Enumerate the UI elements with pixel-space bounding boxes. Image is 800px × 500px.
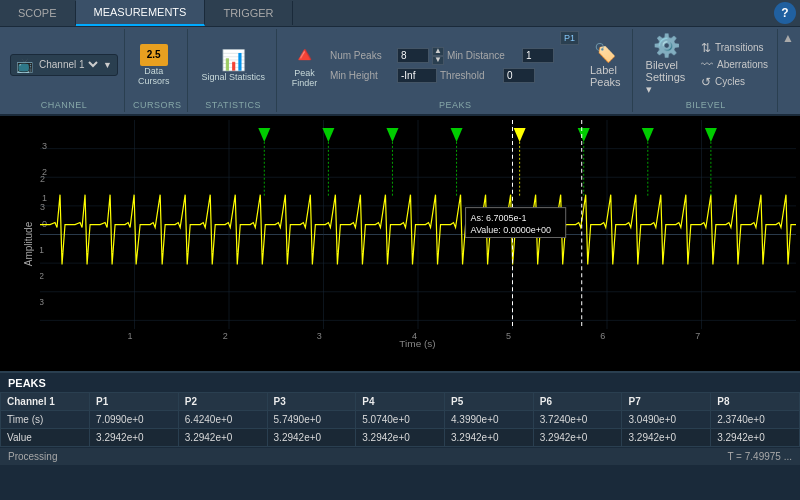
help-button[interactable]: ? [774, 2, 796, 24]
row-time-p5: 4.3990e+0 [445, 411, 534, 429]
bilevel-settings-icon: ⚙️ [653, 33, 680, 59]
peak-finder-icon: 🔺 [291, 42, 318, 68]
peaks-table-header: Channel 1 P1 P2 P3 P4 P5 P6 P7 P8 [1, 393, 800, 411]
cursors-group-inner: 2.5 DataCursors [133, 31, 182, 98]
threshold-label: Threshold [440, 70, 500, 81]
label-peaks-icon: 🏷️ [594, 42, 616, 64]
row-value-p6: 3.2942e+0 [533, 429, 622, 447]
tab-measurements[interactable]: MEASUREMENTS [76, 0, 206, 26]
cursors-label: DataCursors [138, 66, 170, 86]
min-height-input[interactable] [397, 68, 437, 83]
peaks-group: 🔺 PeakFinder Num Peaks ▲ ▼ Min Distance [279, 29, 633, 112]
svg-text:3: 3 [317, 331, 322, 341]
svg-text:-3: -3 [40, 297, 44, 307]
maximize-button[interactable]: ▲ [780, 29, 796, 47]
header-channel: Channel 1 [1, 393, 90, 411]
peak-finder-button[interactable]: 🔺 PeakFinder [285, 38, 324, 92]
row-value-p7: 3.2942e+0 [622, 429, 711, 447]
row-time-p4: 5.0740e+0 [356, 411, 445, 429]
transitions-icon: ⇅ [701, 41, 711, 55]
row-time-label: Time (s) [1, 411, 90, 429]
transitions-label: Transitions [715, 42, 764, 53]
svg-text:2: 2 [42, 167, 47, 177]
plot-area[interactable]: 3 2 3 2 1 0 -1 -2 -3 1 2 3 4 5 6 7 Time … [40, 120, 796, 349]
channel-select[interactable]: Channel 1 [35, 58, 101, 71]
bilevel-group-inner: ⚙️ BilevelSettings ▾ ⇅ Transitions 〰 Abe… [641, 31, 772, 98]
p1-badge: P1 [560, 31, 579, 45]
peaks-table-section: PEAKS Channel 1 P1 P2 P3 P4 P5 P6 P7 P8 … [0, 371, 800, 447]
peaks-group-label: PEAKS [285, 100, 626, 110]
statistics-icon: 📊 [221, 48, 246, 72]
statistics-group: 📊 Signal Statistics STATISTICS [190, 29, 277, 112]
statistics-group-inner: 📊 Signal Statistics [196, 31, 270, 98]
cycles-icon: ↺ [701, 75, 711, 89]
status-right: T = 7.49975 ... [727, 451, 792, 462]
tab-trigger[interactable]: TRIGGER [205, 1, 292, 25]
bilevel-group: ⚙️ BilevelSettings ▾ ⇅ Transitions 〰 Abe… [635, 29, 779, 112]
svg-text:AValue: 0.0000e+00: AValue: 0.0000e+00 [471, 225, 551, 235]
channel-icon: 📺 [16, 57, 33, 73]
row-time-p7: 3.0490e+0 [622, 411, 711, 429]
bilevel-btns: ⇅ Transitions 〰 Aberrations ↺ Cycles [698, 40, 771, 90]
threshold-input[interactable] [503, 68, 535, 83]
header-p4: P4 [356, 393, 445, 411]
tab-scope[interactable]: SCOPE [0, 1, 76, 25]
aberrations-label: Aberrations [717, 59, 768, 70]
header-p8: P8 [711, 393, 800, 411]
ribbon: 📺 Channel 1 ▼ CHANNEL 2.5 DataCursors CU… [0, 27, 800, 116]
cycles-label: Cycles [715, 76, 745, 87]
num-peaks-spinbox: ▲ ▼ [432, 47, 444, 65]
bilevel-settings-button[interactable]: ⚙️ BilevelSettings ▾ [641, 31, 692, 98]
svg-text:3: 3 [42, 141, 47, 151]
status-bar: Processing T = 7.49975 ... [0, 447, 800, 465]
cursors-icon: 2.5 [140, 44, 168, 66]
row-value-p5: 3.2942e+0 [445, 429, 534, 447]
header-p5: P5 [445, 393, 534, 411]
svg-text:0: 0 [42, 219, 47, 229]
header-p3: P3 [267, 393, 356, 411]
svg-text:3: 3 [40, 202, 45, 212]
channel-group: 📺 Channel 1 ▼ CHANNEL [4, 29, 125, 112]
table-row-value: Value 3.2942e+0 3.2942e+0 3.2942e+0 3.29… [1, 429, 800, 447]
min-distance-input[interactable] [522, 48, 554, 63]
min-distance-label: Min Distance [447, 50, 519, 61]
transitions-button[interactable]: ⇅ Transitions [698, 40, 771, 56]
num-peaks-down[interactable]: ▼ [432, 56, 444, 65]
signal-statistics-button[interactable]: 📊 Signal Statistics [196, 46, 270, 84]
row-time-p8: 2.3740e+0 [711, 411, 800, 429]
header-p6: P6 [533, 393, 622, 411]
peaks-fields: Num Peaks ▲ ▼ Min Distance Min Height Th… [330, 47, 554, 83]
maximize-icon: ▲ [782, 31, 794, 45]
statistics-label: Signal Statistics [201, 72, 265, 82]
cycles-button[interactable]: ↺ Cycles [698, 74, 771, 90]
num-peaks-input[interactable] [397, 48, 429, 63]
aberrations-button[interactable]: 〰 Aberrations [698, 57, 771, 73]
row-value-p1: 3.2942e+0 [90, 429, 179, 447]
svg-text:1: 1 [42, 193, 47, 203]
row-time-p6: 3.7240e+0 [533, 411, 622, 429]
peaks-table: Channel 1 P1 P2 P3 P4 P5 P6 P7 P8 Time (… [0, 392, 800, 447]
min-height-label: Min Height [330, 70, 394, 81]
plot-svg: 3 2 3 2 1 0 -1 -2 -3 1 2 3 4 5 6 7 Time … [40, 120, 796, 349]
min-height-row: Min Height Threshold [330, 68, 554, 83]
header-p2: P2 [178, 393, 267, 411]
row-value-p3: 3.2942e+0 [267, 429, 356, 447]
header-p7: P7 [622, 393, 711, 411]
svg-text:As: 6.7005e-1: As: 6.7005e-1 [471, 213, 527, 223]
peaks-group-inner: 🔺 PeakFinder Num Peaks ▲ ▼ Min Distance [285, 31, 626, 98]
row-time-p3: 5.7490e+0 [267, 411, 356, 429]
svg-text:6: 6 [600, 331, 605, 341]
table-row-time: Time (s) 7.0990e+0 6.4240e+0 5.7490e+0 5… [1, 411, 800, 429]
data-cursors-button[interactable]: 2.5 DataCursors [133, 42, 175, 88]
row-value-p2: 3.2942e+0 [178, 429, 267, 447]
row-value-p4: 3.2942e+0 [356, 429, 445, 447]
num-peaks-label: Num Peaks [330, 50, 394, 61]
channel-group-inner: 📺 Channel 1 ▼ [10, 31, 118, 98]
row-time-p2: 6.4240e+0 [178, 411, 267, 429]
peak-finder-label: PeakFinder [292, 68, 318, 88]
header-p1: P1 [90, 393, 179, 411]
channel-dropdown[interactable]: 📺 Channel 1 ▼ [10, 54, 118, 76]
label-peaks-button[interactable]: 🏷️ LabelPeaks [585, 40, 626, 90]
bilevel-settings-label: BilevelSettings ▾ [646, 59, 687, 96]
svg-text:2: 2 [223, 331, 228, 341]
